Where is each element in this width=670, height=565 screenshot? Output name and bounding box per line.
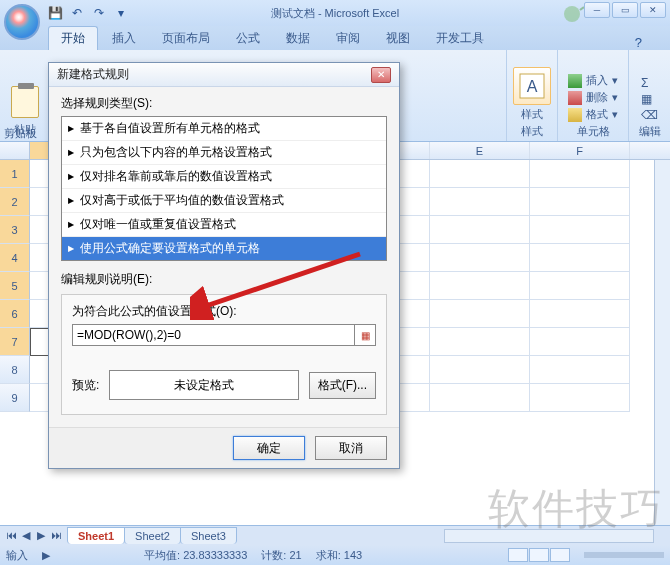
page-break-view-button[interactable] [550,548,570,562]
select-all-corner[interactable] [0,142,30,159]
select-rule-type-label: 选择规则类型(S): [61,95,387,112]
format-icon [568,108,582,122]
normal-view-button[interactable] [508,548,528,562]
formula-input[interactable] [72,324,355,346]
dialog-title: 新建格式规则 [57,66,129,83]
styles-label: 样式 [521,107,543,122]
macro-icon[interactable]: ▶ [42,549,50,562]
ok-button[interactable]: 确定 [233,436,305,460]
preview-box: 未设定格式 [109,370,298,400]
clipboard-label: 剪贴板 [4,126,37,141]
paste-icon[interactable] [11,86,39,118]
fill-button[interactable]: ▦ [641,92,658,106]
tab-review[interactable]: 审阅 [324,27,372,50]
help-icon[interactable]: ? [635,35,642,50]
svg-text:A: A [527,78,538,95]
page-layout-view-button[interactable] [529,548,549,562]
status-mode: 输入 [6,548,28,563]
cancel-button[interactable]: 取消 [315,436,387,460]
redo-icon[interactable]: ↷ [90,4,108,22]
row-header[interactable]: 4 [0,244,30,272]
status-sum: 求和: 143 [316,548,362,563]
styles-group-label: 样式 [521,124,543,139]
col-header-e[interactable]: E [430,142,530,159]
row-header[interactable]: 2 [0,188,30,216]
ribbon-tabs: 开始 插入 页面布局 公式 数据 审阅 视图 开发工具 ? [0,26,670,50]
maximize-button[interactable]: ▭ [612,2,638,18]
sheet-tab-2[interactable]: Sheet2 [124,527,181,544]
svg-point-0 [564,6,580,22]
col-header-f[interactable]: F [530,142,630,159]
quick-access-toolbar: 💾 ↶ ↷ ▾ [46,4,130,22]
row-header[interactable]: 7 [0,328,30,356]
qat-dropdown-icon[interactable]: ▾ [112,4,130,22]
delete-cells[interactable]: 删除 ▾ [564,90,622,105]
row-header[interactable]: 3 [0,216,30,244]
undo-icon[interactable]: ↶ [68,4,86,22]
cells-group: 插入 ▾ 删除 ▾ 格式 ▾ 单元格 [557,50,628,141]
tab-insert[interactable]: 插入 [100,27,148,50]
sheet-tab-1[interactable]: Sheet1 [67,527,125,544]
rule-type-list[interactable]: ▶基于各自值设置所有单元格的格式 ▶只为包含以下内容的单元格设置格式 ▶仅对排名… [61,116,387,261]
styles-group: A 样式 样式 [506,50,557,141]
rule-type-item[interactable]: ▶仅对唯一值或重复值设置格式 [62,213,386,237]
sheet-tab-3[interactable]: Sheet3 [180,527,237,544]
status-count: 计数: 21 [261,548,301,563]
edit-group-label: 编辑 [639,124,661,139]
row-header[interactable]: 9 [0,384,30,412]
close-button[interactable]: ✕ [640,2,666,18]
insert-cells[interactable]: 插入 ▾ [564,73,622,88]
tab-data[interactable]: 数据 [274,27,322,50]
styles-button[interactable]: A [513,67,551,105]
status-avg: 平均值: 23.83333333 [144,548,247,563]
autosum-button[interactable]: Σ [641,76,658,90]
range-selector-button[interactable]: ▦ [354,324,376,346]
preview-label: 预览: [72,377,99,394]
dialog-close-button[interactable]: ✕ [371,67,391,83]
rule-type-item[interactable]: ▶仅对排名靠前或靠后的数值设置格式 [62,165,386,189]
tab-formulas[interactable]: 公式 [224,27,272,50]
tab-page-layout[interactable]: 页面布局 [150,27,222,50]
row-header[interactable]: 1 [0,160,30,188]
save-icon[interactable]: 💾 [46,4,64,22]
delete-icon [568,91,582,105]
zoom-slider[interactable] [584,552,664,558]
tab-home[interactable]: 开始 [48,26,98,50]
status-bar: 输入 ▶ 平均值: 23.83333333 计数: 21 求和: 143 [0,545,670,565]
format-button[interactable]: 格式(F)... [309,372,376,399]
cells-group-label: 单元格 [577,124,610,139]
insert-icon [568,74,582,88]
window-title: 测试文档 - Microsoft Excel [271,6,399,21]
window-controls: ─ ▭ ✕ [584,2,666,18]
rule-type-item-selected[interactable]: ▶使用公式确定要设置格式的单元格 [62,237,386,260]
view-buttons [508,548,570,562]
title-bar: 💾 ↶ ↷ ▾ 测试文档 - Microsoft Excel ─ ▭ ✕ [0,0,670,26]
vertical-scrollbar[interactable] [654,160,670,525]
rule-type-item[interactable]: ▶仅对高于或低于平均值的数值设置格式 [62,189,386,213]
office-button[interactable] [4,4,40,40]
format-cells[interactable]: 格式 ▾ [564,107,622,122]
clear-button[interactable]: ⌫ [641,108,658,122]
dialog-titlebar[interactable]: 新建格式规则 ✕ [49,63,399,87]
row-header[interactable]: 6 [0,300,30,328]
row-header[interactable]: 5 [0,272,30,300]
rule-type-item[interactable]: ▶只为包含以下内容的单元格设置格式 [62,141,386,165]
formula-label: 为符合此公式的值设置格式(O): [72,303,376,320]
tab-view[interactable]: 视图 [374,27,422,50]
new-formatting-rule-dialog: 新建格式规则 ✕ 选择规则类型(S): ▶基于各自值设置所有单元格的格式 ▶只为… [48,62,400,469]
edit-rule-label: 编辑规则说明(E): [61,271,387,288]
tab-developer[interactable]: 开发工具 [424,27,496,50]
rule-type-item[interactable]: ▶基于各自值设置所有单元格的格式 [62,117,386,141]
minimize-button[interactable]: ─ [584,2,610,18]
sheet-nav[interactable]: ⏮◀▶⏭ [0,529,67,542]
row-header[interactable]: 8 [0,356,30,384]
watermark: 软件技巧 [488,481,664,537]
edit-group: Σ ▦ ⌫ 编辑 [628,50,670,141]
